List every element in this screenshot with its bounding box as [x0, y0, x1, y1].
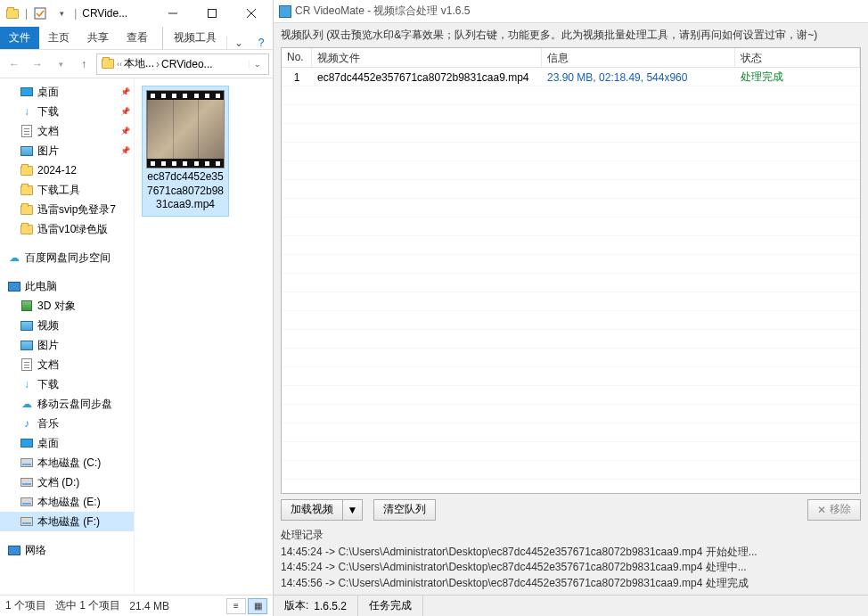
log-label: 处理记录 — [274, 526, 868, 545]
cell-no: 1 — [282, 71, 312, 84]
tree-pc[interactable]: 此电脑 — [0, 276, 134, 296]
tree-label: 图片 — [37, 144, 59, 159]
folder-icon — [20, 163, 34, 177]
tree-label: 网络 — [25, 543, 46, 558]
pin-icon: 📌 — [120, 146, 130, 155]
tree-baidu[interactable]: ☁百度网盘同步空间 — [0, 248, 134, 267]
ribbon: 文件 主页 共享 查看 视频工具 ⌄ ? — [0, 27, 273, 50]
file-pane[interactable]: ec87dc4452e357671ca8072b9831caa9.mp4 — [135, 78, 273, 595]
tree-network[interactable]: 网络 — [0, 540, 134, 560]
tree-item[interactable]: 文档 (D:) — [0, 472, 134, 492]
breadcrumb-seg2[interactable]: CRVideo... — [161, 58, 213, 70]
ribbon-tab-view[interactable]: 查看 — [118, 27, 157, 49]
status-task: 任务完成 — [358, 595, 423, 616]
view-icons-button[interactable]: ▦ — [248, 598, 267, 614]
tree-label: 下载 — [37, 104, 59, 119]
view-details-button[interactable]: ≡ — [226, 598, 246, 614]
titlebar-sep: | — [25, 7, 28, 20]
file-item[interactable]: ec87dc4452e357671ca8072b9831caa9.mp4 — [142, 86, 229, 217]
table-row[interactable]: 1ec87dc4452e357671ca8072b9831caa9.mp423.… — [282, 68, 860, 86]
tree-item[interactable]: 桌面 — [0, 433, 134, 453]
tree-item[interactable]: 图片 — [0, 335, 134, 355]
tree-item[interactable]: ↓下载 — [0, 374, 134, 394]
tree-item[interactable]: 文档📌 — [0, 121, 134, 141]
tree-item[interactable]: 视频 — [0, 316, 134, 335]
th-file[interactable]: 视频文件 — [312, 48, 542, 67]
tree-item[interactable]: 迅雷svip免登录7 — [0, 200, 134, 219]
nav-bar: ← → ▾ ↑ ‹‹ 本地... › CRVideo... ⌄ — [0, 50, 273, 78]
nav-tree[interactable]: 桌面📌↓下载📌文档📌图片📌2024-12下载工具迅雷svip免登录7迅雷v10绿… — [0, 78, 135, 595]
tree-item[interactable]: 3D 对象 — [0, 296, 134, 316]
minimize-button[interactable] — [153, 1, 192, 26]
tree-label: 3D 对象 — [37, 299, 76, 314]
tree-item[interactable]: 文档 — [0, 355, 134, 374]
tree-label: 百度网盘同步空间 — [25, 251, 111, 266]
tree-label: 音乐 — [37, 416, 59, 431]
chevron-icon[interactable]: ‹‹ — [117, 60, 122, 69]
select-all-icon[interactable] — [33, 6, 47, 21]
view-toggle: ≡ ▦ — [226, 598, 267, 614]
tree-item[interactable]: 迅雷v10绿色版 — [0, 219, 134, 239]
nav-back-button[interactable]: ← — [4, 53, 25, 75]
status-size: 21.4 MB — [129, 600, 169, 612]
ribbon-tab-file[interactable]: 文件 — [0, 27, 39, 49]
qa-dropdown-icon[interactable]: ▾ — [54, 6, 69, 21]
version-value: 1.6.5.2 — [314, 600, 347, 612]
maximize-button[interactable] — [192, 1, 232, 26]
desktop-icon — [20, 85, 34, 99]
clear-queue-button[interactable]: 清空队列 — [373, 499, 436, 521]
tree-item[interactable]: ☁移动云盘同步盘 — [0, 394, 134, 414]
document-icon — [20, 357, 34, 372]
tree-item[interactable]: 图片📌 — [0, 141, 134, 160]
table-body[interactable]: 1ec87dc4452e357671ca8072b9831caa9.mp423.… — [282, 68, 860, 493]
tree-item[interactable]: 本地磁盘 (C:) — [0, 453, 134, 472]
nav-up-button[interactable]: ↑ — [73, 53, 94, 75]
remove-label: 移除 — [830, 502, 851, 517]
remove-button[interactable]: ✕移除 — [807, 499, 861, 521]
tree-label: 2024-12 — [37, 164, 77, 177]
load-video-button[interactable]: 加载视频 — [281, 499, 343, 521]
tree-label: 移动云盘同步盘 — [37, 397, 112, 412]
load-video-dropdown[interactable]: ▼ — [343, 499, 363, 521]
tree-item[interactable]: ♪音乐 — [0, 414, 134, 433]
tree-item[interactable]: 2024-12 — [0, 160, 134, 180]
nav-recent-button[interactable]: ▾ — [50, 53, 71, 75]
ribbon-tab-videotools[interactable]: 视频工具 — [162, 27, 225, 49]
tree-label: 本地磁盘 (E:) — [37, 495, 101, 510]
tree-label: 此电脑 — [25, 279, 57, 294]
pin-icon: 📌 — [120, 87, 130, 96]
close-button[interactable] — [232, 1, 271, 26]
image-icon — [20, 144, 34, 158]
tree-item[interactable]: 下载工具 — [0, 180, 134, 200]
tree-item[interactable]: ↓下载📌 — [0, 102, 134, 121]
ribbon-help-icon[interactable]: ? — [250, 37, 273, 49]
tree-item[interactable]: 桌面📌 — [0, 82, 134, 102]
window-title: CRVide... — [82, 7, 127, 20]
ribbon-expand-icon[interactable]: ⌄ — [226, 37, 250, 49]
folder-icon — [20, 202, 34, 217]
addr-dropdown-icon[interactable]: ⌄ — [249, 60, 265, 69]
th-no[interactable]: No. — [282, 48, 312, 67]
address-bar[interactable]: ‹‹ 本地... › CRVideo... ⌄ — [96, 53, 269, 75]
desktop-icon — [20, 436, 34, 450]
cell-file: ec87dc4452e357671ca8072b9831caa9.mp4 — [312, 71, 542, 84]
folder-icon — [20, 222, 34, 236]
breadcrumb-seg1[interactable]: 本地... — [124, 56, 154, 71]
chevron-right-icon[interactable]: › — [156, 58, 160, 70]
log-output[interactable]: 14:45:24 -> C:\Users\Administrator\Deskt… — [274, 545, 868, 595]
queue-buttons: 加载视频 ▼ 清空队列 ✕移除 — [274, 494, 868, 526]
tree-item[interactable]: 本地磁盘 (E:) — [0, 492, 134, 512]
network-icon — [7, 543, 21, 557]
th-info[interactable]: 信息 — [542, 48, 735, 67]
ribbon-tab-home[interactable]: 主页 — [39, 27, 78, 49]
videomate-titlebar[interactable]: CR VideoMate - 视频综合处理 v1.6.5 — [274, 0, 868, 23]
app-title: CR VideoMate - 视频综合处理 v1.6.5 — [295, 4, 471, 19]
tree-item[interactable]: 本地磁盘 (F:) — [0, 512, 134, 531]
explorer-window: | ▾ | CRVide... 文件 主页 共享 查看 视频工具 ⌄ ? ← →… — [0, 0, 274, 616]
ribbon-tab-share[interactable]: 共享 — [78, 27, 118, 49]
nav-forward-button[interactable]: → — [27, 53, 48, 75]
titlebar-sep2: | — [74, 7, 77, 20]
th-status[interactable]: 状态 — [735, 48, 860, 67]
explorer-titlebar[interactable]: | ▾ | CRVide... — [0, 0, 273, 27]
tree-label: 文档 — [37, 124, 59, 139]
